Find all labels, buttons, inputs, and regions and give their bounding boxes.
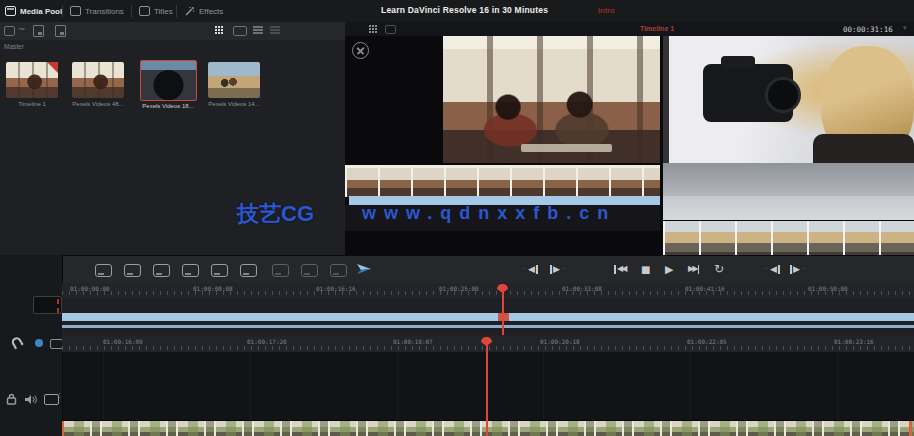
blurred-strip — [663, 163, 914, 196]
photographer-video-frame[interactable] — [663, 36, 914, 163]
effects-tool-icon[interactable] — [330, 264, 347, 277]
smart-insert-icon[interactable] — [95, 264, 112, 277]
close-up-icon[interactable] — [182, 264, 199, 277]
go-to-end-button[interactable]: ▶▶ — [688, 261, 699, 277]
lock-track-icon[interactable] — [6, 393, 17, 405]
watermark-brand: 技艺CG — [237, 199, 314, 229]
go-to-start-button[interactable]: ◀◀ — [614, 261, 625, 277]
effects-label: Effects — [199, 7, 223, 16]
media-clip-selected[interactable] — [140, 60, 197, 101]
snapping-magnet-icon[interactable] — [9, 335, 27, 353]
davinci-resolve-window: Media Pool Transitions Titles Effects Le… — [0, 0, 914, 436]
viewer-header: Timeline 1 00:00:31:16 ▾ — [345, 22, 914, 36]
toolbar-divider — [62, 5, 63, 17]
media-clip[interactable] — [72, 62, 124, 98]
toolbar-divider — [131, 5, 132, 17]
timeline-video-clip-filmstrip[interactable] — [62, 420, 914, 436]
clip-out-edge[interactable] — [909, 421, 912, 436]
cafe-filmstrip[interactable] — [345, 164, 660, 198]
jog-back-button[interactable]: ·· ◀ — [522, 261, 538, 277]
titles-button[interactable]: Titles — [139, 3, 173, 19]
overview-video-clip-bar[interactable] — [62, 313, 914, 321]
transition-tool-icon[interactable] — [272, 264, 289, 277]
sort-icon[interactable] — [270, 26, 280, 28]
track-drag-dots[interactable]: : — [58, 394, 61, 398]
enable-video-icon[interactable] — [44, 394, 59, 405]
ruler-timecode: 01:00:00:00 — [70, 285, 110, 292]
jog-back-button-right[interactable]: ·· ◀ — [764, 261, 780, 277]
transitions-button[interactable]: Transitions — [70, 3, 124, 19]
loop-icon: ↻ — [714, 262, 724, 276]
stop-button[interactable]: ■ — [641, 261, 650, 277]
media-pool-button[interactable]: Media Pool — [5, 3, 62, 19]
play-button[interactable]: ▶ — [665, 261, 673, 277]
marker-color-dot[interactable] — [35, 339, 43, 347]
title-tool-icon[interactable] — [301, 264, 318, 277]
media-pool-toolbar: ~ — [0, 22, 345, 41]
ripple-overwrite-icon[interactable] — [153, 264, 170, 277]
bin-label: Master — [4, 43, 24, 50]
new-bin-icon[interactable] — [55, 25, 66, 37]
main-timeline: 01:00:16:09 01:00:17:20 01:00:19:07 01:0… — [62, 335, 914, 436]
transitions-label: Transitions — [85, 7, 124, 16]
titles-icon — [139, 6, 150, 16]
audio-wave-icon[interactable]: ~ — [18, 24, 26, 34]
place-on-top-icon[interactable] — [211, 264, 228, 277]
window-edge-shape — [663, 36, 669, 163]
cafe-video-frame[interactable] — [443, 36, 660, 163]
blonde-filmstrip[interactable] — [663, 220, 914, 259]
ruler-timecode: 01:00:16:16 — [316, 285, 356, 292]
effects-wand-icon — [184, 6, 195, 17]
viewer-single-icon[interactable] — [385, 25, 396, 34]
effects-button[interactable]: Effects — [184, 3, 223, 19]
import-media-icon[interactable] — [33, 25, 44, 37]
ruler-timecode: 01:00:08:08 — [193, 285, 233, 292]
filmstrip-view-icon[interactable] — [233, 26, 247, 36]
stop-icon: ■ — [641, 264, 650, 275]
clip-in-edge[interactable] — [62, 421, 64, 436]
loop-button[interactable]: ↻ — [714, 261, 724, 277]
ruler-timecode: 01:00:19:07 — [393, 338, 433, 345]
list-view-icon[interactable] — [253, 26, 263, 28]
timeline-name-label[interactable]: Timeline 1 — [640, 25, 674, 32]
go-end-icon: ▶▶ — [688, 265, 696, 273]
append-clip-icon[interactable] — [124, 264, 141, 277]
titles-label: Titles — [154, 7, 173, 16]
viewer-timecode: 00:00:31:16 — [843, 25, 893, 34]
ruler-timecode: 01:00:41:16 — [685, 285, 725, 292]
clip-filmstrip-icon[interactable] — [4, 26, 15, 36]
step-forward-icon: ▶ — [553, 264, 560, 274]
jog-forward-button[interactable]: ▶ ·· — [550, 261, 566, 277]
jog-forward-button-right[interactable]: ▶ ·· — [790, 261, 806, 277]
red-marker-dash — [57, 299, 59, 304]
media-clip[interactable] — [208, 62, 260, 98]
mini-timeline-ruler[interactable]: 01:00:00:00 01:00:08:08 01:00:16:16 01:0… — [62, 283, 914, 298]
media-clip-label: Pexels Videos 14... — [203, 101, 265, 107]
media-clip-timeline[interactable] — [6, 62, 58, 98]
viewer-grid-icon[interactable] — [369, 25, 371, 27]
play-icon: ▶ — [665, 263, 673, 276]
top-toolbar: Media Pool Transitions Titles Effects Le… — [0, 0, 914, 23]
overview-audio-clip-bar[interactable] — [62, 325, 914, 328]
ruler-timecode: 01:00:25:00 — [439, 285, 479, 292]
step-back-icon: ◀ — [528, 264, 535, 274]
ruler-timecode: 01:00:20:18 — [540, 338, 580, 345]
toolbar-divider — [176, 5, 177, 17]
thumbnail-view-icon[interactable] — [215, 26, 217, 28]
timeline-playhead-line[interactable] — [486, 337, 488, 436]
watermark-url: www.qdnxxfb.cn — [362, 203, 616, 224]
mute-speaker-icon[interactable] — [24, 394, 37, 405]
transitions-icon — [70, 6, 81, 16]
close-circle-icon[interactable] — [352, 42, 369, 59]
mini-timeline: 01:00:00:00 01:00:08:08 01:00:16:16 01:0… — [62, 283, 914, 335]
media-clip-label: Pexels Videos 48... — [67, 101, 129, 107]
source-overwrite-icon[interactable] — [240, 264, 257, 277]
timeline-sidebar: : — [0, 255, 63, 436]
chevron-down-icon[interactable]: ▾ — [903, 24, 907, 32]
ruler-timecode: 01:00:22:05 — [687, 338, 727, 345]
go-start-icon: ◀◀ — [617, 265, 625, 273]
ruler-timecode: 01:00:17:20 — [247, 338, 287, 345]
step-back-icon: ◀ — [770, 264, 777, 274]
fast-review-arrow-icon[interactable] — [355, 261, 373, 277]
video-title: Learn DaVinci Resolve 16 in 30 Minutes — [381, 5, 548, 15]
